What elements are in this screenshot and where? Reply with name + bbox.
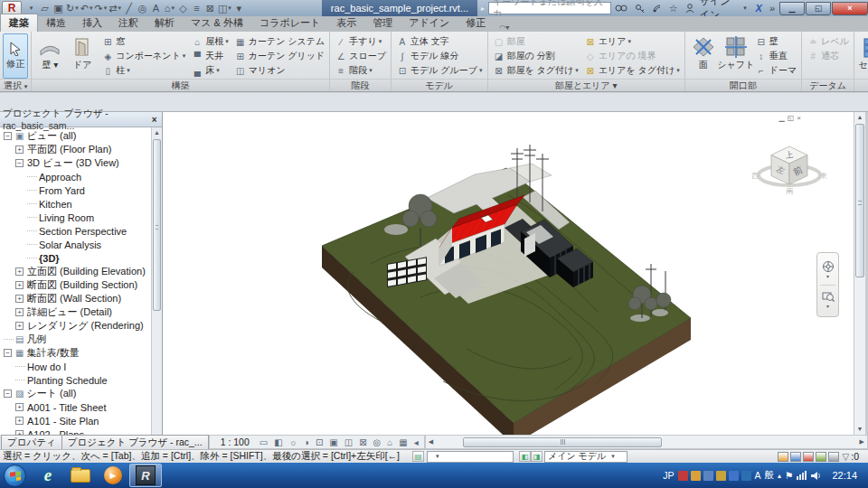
view-restore-icon[interactable]: ◱	[788, 114, 795, 122]
collapse-icon[interactable]: −	[15, 159, 24, 167]
tray-expand-icon[interactable]: ▴	[778, 472, 781, 480]
sync-icon[interactable]: ↻▾	[65, 1, 80, 15]
tree-item[interactable]: ▤凡例	[0, 333, 151, 346]
panel-label-モデル[interactable]: モデル	[392, 79, 487, 91]
selection-toggle-icon[interactable]	[803, 452, 814, 462]
open-icon[interactable]: ▱	[38, 1, 52, 15]
tray-app-icon[interactable]	[741, 471, 751, 481]
worksets-icon[interactable]: ▤	[412, 451, 424, 462]
view-minimize-icon[interactable]: ▁	[779, 114, 785, 122]
scroll-up-icon[interactable]: ▲	[152, 127, 162, 138]
ribbon-tab-管理[interactable]: 管理	[364, 14, 401, 32]
vertical-scrollbar[interactable]: ▲ ▼	[854, 112, 865, 435]
model-group-button[interactable]: ⊡モデル グループ▾	[394, 63, 485, 78]
window-button[interactable]: ⊞窓	[99, 34, 187, 49]
tag-area-button[interactable]: ⊠エリアを タグ付け▾	[582, 63, 682, 78]
tree-item[interactable]: −▨シート (all)	[0, 387, 151, 400]
scrollbar-thumb[interactable]	[855, 124, 864, 277]
tray-language[interactable]: JP	[663, 470, 674, 481]
zoom-button[interactable]: ▾	[822, 286, 835, 314]
expand-icon[interactable]: +	[15, 281, 24, 289]
action-center-flag-icon[interactable]: ⚑	[785, 470, 793, 481]
project-browser-scrollbar[interactable]: ▲	[151, 127, 162, 435]
volume-icon[interactable]	[810, 471, 821, 481]
measure-icon[interactable]: ╱	[122, 1, 136, 15]
scroll-up-icon[interactable]: ▲	[854, 112, 865, 123]
selection-toggle-icon[interactable]	[790, 452, 801, 462]
analytical-model-icon[interactable]: ⌂	[387, 437, 392, 447]
steering-wheel-button[interactable]: ▾	[822, 256, 835, 285]
taskbar-explorer-icon[interactable]	[64, 464, 97, 487]
crop-region-icon[interactable]: ◫	[344, 437, 353, 447]
tab-properties[interactable]: プロパティ	[1, 435, 62, 449]
select-panel-label[interactable]: 選択 ▾	[0, 79, 31, 91]
model-text-button[interactable]: A立体 文字	[394, 34, 485, 49]
thin-lines-icon[interactable]: ≡	[190, 1, 203, 15]
tag-icon[interactable]: ◎	[136, 1, 149, 15]
ribbon-tab-表示[interactable]: 表示	[328, 14, 364, 32]
model-line-button[interactable]: ∫モデル 線分	[394, 49, 485, 63]
tree-item[interactable]: Living Room	[0, 211, 151, 224]
ribbon-tab-修正[interactable]: 修正	[458, 14, 494, 32]
tree-item[interactable]: +断面図 (Wall Section)	[0, 292, 151, 305]
tree-item[interactable]: +立面図 (Building Elevation)	[0, 265, 151, 278]
design-option-combo[interactable]: メイン モデル▾	[544, 451, 627, 463]
stair-button[interactable]: ≡階段▾	[333, 63, 388, 78]
drawing-area[interactable]: ▁ ◱ × 南 西 東 上 左 前 ▾ ▾	[163, 112, 854, 435]
tree-item[interactable]: +平面図 (Floor Plan)	[0, 143, 151, 156]
tree-item[interactable]: +A101 - Site Plan	[0, 414, 151, 427]
shaft-button[interactable]: シャフト	[721, 33, 751, 79]
expand-icon[interactable]: +	[15, 145, 24, 154]
close-button[interactable]: ×	[832, 2, 868, 15]
scale-button[interactable]: 1 : 100	[215, 436, 255, 447]
railing-button[interactable]: ∕手すり▾	[333, 34, 388, 49]
selection-toggle-icon[interactable]	[828, 452, 839, 462]
ribbon-tab-挿入[interactable]: 挿入	[74, 14, 110, 32]
ribbon-tab-注釈[interactable]: 注釈	[110, 14, 146, 32]
door-button[interactable]: ドア	[67, 33, 98, 79]
collapse-icon[interactable]: −	[4, 349, 12, 357]
tab-project-browser[interactable]: プロジェクト ブラウザ - rac_...	[62, 435, 209, 449]
tree-item[interactable]: −3D ビュー (3D View)	[0, 156, 151, 170]
viewcube-south-label[interactable]: 南	[786, 187, 794, 195]
tray-app-icon[interactable]	[703, 471, 713, 481]
tree-item[interactable]: −▣ビュー (all)	[0, 129, 151, 143]
tree-item[interactable]: Kitchen	[0, 197, 151, 211]
minimize-button[interactable]: ▁	[779, 2, 805, 15]
panel-label-部屋とエリア[interactable]: 部屋とエリア ▾	[488, 79, 684, 91]
scroll-left-icon[interactable]: ◀	[426, 438, 436, 446]
crop-view-icon[interactable]: ▣	[329, 437, 337, 447]
design-options-icon[interactable]: ◨	[531, 451, 542, 462]
text-icon[interactable]: A	[149, 1, 163, 15]
favorites-star-icon[interactable]: ☆	[669, 3, 678, 14]
tree-item[interactable]: Planting Schedule	[0, 373, 151, 387]
undo-icon[interactable]: ↶▾	[80, 1, 94, 15]
tree-item[interactable]: Approach	[0, 170, 151, 183]
search-icon[interactable]	[615, 4, 627, 13]
expand-icon[interactable]: +	[15, 403, 24, 411]
expand-icon[interactable]: +	[15, 308, 24, 316]
shadows-icon[interactable]: ◑	[304, 437, 309, 447]
temporary-hide-icon[interactable]: ⊠	[359, 437, 366, 447]
panel-label-階段[interactable]: 階段	[330, 79, 391, 91]
ribbon-tab-コラボレート[interactable]: コラボレート	[251, 14, 328, 32]
tray-clock[interactable]: 22:14	[832, 470, 857, 481]
cascade-windows-icon[interactable]: ◫▾	[217, 1, 232, 15]
tree-item[interactable]: Solar Analysis	[0, 238, 151, 251]
wall-button[interactable]: 壁 ▾	[34, 33, 65, 79]
area-button[interactable]: ⊠エリア▾	[582, 34, 682, 49]
default-3d-view-icon[interactable]: ⌂▾	[163, 1, 176, 15]
exchange-apps-icon[interactable]: X	[756, 3, 762, 14]
tray-app-icon[interactable]	[716, 471, 726, 481]
switch-windows-icon[interactable]: ⇄▾	[108, 1, 122, 15]
signin-person-icon[interactable]	[685, 4, 694, 14]
component-button[interactable]: ◈コンポーネント▾	[99, 49, 187, 63]
ime-mode-han[interactable]: 般	[765, 469, 775, 482]
expand-icon[interactable]: +	[15, 295, 24, 303]
redo-icon[interactable]: ↷▾	[93, 1, 108, 15]
scroll-down-icon[interactable]: ▼	[854, 424, 865, 435]
ribbon-minimize-icon[interactable]: ◠▾	[499, 23, 509, 32]
collapse-icon[interactable]: −	[4, 132, 12, 140]
curtain-grid-button[interactable]: ⊞カーテン グリッド	[232, 49, 326, 63]
viewcube-east-label[interactable]: 東	[820, 172, 827, 180]
